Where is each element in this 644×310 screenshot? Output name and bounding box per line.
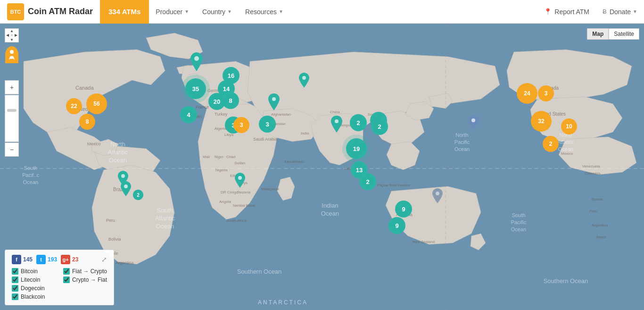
pan-control[interactable]: ▲ ◀ ✕ ▶ ▼ — [5, 28, 19, 42]
nav-report-atm[interactable]: 📍 Report ATM — [537, 0, 596, 24]
cluster-us-right2[interactable]: 10 — [561, 118, 577, 134]
map-type-buttons: Map Satellite — [587, 28, 639, 40]
pin-uk[interactable] — [190, 52, 203, 73]
legend-fiat-crypto: Fiat → Crypto — [63, 268, 107, 275]
svg-text:Atlantic: Atlantic — [108, 149, 128, 156]
atm-count-badge: 334 ATMs — [100, 0, 149, 24]
svg-text:Afghanistan: Afghanistan — [271, 112, 291, 117]
pan-down[interactable]: ▼ — [9, 38, 14, 42]
nav-donate[interactable]: Ƀ Donate ▼ — [596, 0, 644, 24]
cluster-australia-n[interactable]: 9 — [395, 201, 412, 218]
map-type-satellite[interactable]: Satellite — [609, 28, 639, 40]
googleplus-badge[interactable]: g+ 23 — [61, 255, 78, 264]
pin-nz[interactable] — [432, 188, 443, 205]
cluster-canada[interactable]: 24 — [517, 83, 537, 104]
fiat-crypto-checkbox[interactable] — [63, 268, 70, 275]
svg-text:Peru: Peru — [106, 218, 115, 223]
svg-text:Namibia Botsw.: Namibia Botsw. — [233, 204, 256, 207]
svg-point-78 — [194, 56, 199, 61]
facebook-badge[interactable]: f 145 — [12, 255, 33, 264]
svg-point-82 — [124, 184, 128, 188]
cluster-japan2[interactable]: 2 — [371, 118, 388, 135]
cluster-eu-north[interactable]: 16 — [223, 67, 239, 84]
pin-africa-south[interactable] — [235, 173, 245, 190]
cluster-brazil[interactable]: 2 — [133, 190, 143, 200]
svg-text:Chad: Chad — [226, 155, 235, 159]
svg-text:South Africa: South Africa — [226, 218, 247, 223]
svg-text:Southern Ocean: Southern Ocean — [544, 277, 588, 285]
pin-brazil2[interactable] — [121, 181, 131, 198]
svg-point-86 — [302, 76, 306, 80]
cluster-us-right[interactable]: 32 — [531, 111, 552, 132]
svg-text:Saudi Arabia: Saudi Arabia — [253, 137, 277, 142]
twitter-count: 193 — [48, 256, 57, 263]
cluster-mexico[interactable]: 2 — [543, 136, 559, 152]
cluster-eu-west[interactable]: 4 — [180, 106, 197, 123]
svg-text:Kazakhstan: Kazakhstan — [284, 159, 304, 164]
zoom-slider[interactable] — [5, 95, 19, 142]
cluster-us-east[interactable]: 56 — [86, 93, 107, 114]
cluster-se-asia2[interactable]: 2 — [359, 173, 376, 190]
expand-button[interactable]: ⤢ — [101, 256, 107, 263]
dogecoin-checkbox[interactable] — [12, 285, 18, 292]
svg-text:Papua New Guinea: Papua New Guinea — [377, 183, 410, 187]
cluster-australia-s[interactable]: 9 — [388, 217, 405, 234]
legend-crypto-fiat: Crypto → Fiat — [63, 276, 107, 283]
map-container[interactable]: North Atlantic Ocean South Atlantic Ocea… — [0, 24, 644, 310]
nav-country[interactable]: Country ▼ — [196, 0, 239, 24]
svg-text:Niger: Niger — [215, 155, 223, 159]
bitcoin-checkbox[interactable] — [12, 268, 18, 275]
svg-text:Atlantic: Atlantic — [557, 139, 575, 145]
crypto-fiat-checkbox[interactable] — [63, 276, 70, 283]
twitter-icon: t — [36, 255, 46, 264]
pan-up[interactable]: ▲ — [9, 29, 14, 33]
facebook-count: 145 — [23, 256, 33, 263]
resources-caret: ▼ — [279, 9, 283, 14]
pan-left[interactable]: ◀ — [5, 33, 9, 37]
pegman[interactable] — [5, 46, 18, 63]
cluster-canada2[interactable]: 3 — [538, 85, 554, 101]
zoom-in-button[interactable]: + — [5, 80, 19, 94]
svg-point-83 — [238, 176, 242, 180]
svg-text:DR Congo: DR Congo — [221, 190, 239, 194]
svg-text:Pacific: Pacific — [511, 219, 527, 225]
country-caret: ▼ — [227, 9, 232, 14]
twitter-badge[interactable]: t 193 — [36, 255, 57, 264]
blackcoin-checkbox[interactable] — [12, 293, 18, 300]
pin-india[interactable] — [331, 116, 342, 134]
pin-middle-east[interactable] — [268, 93, 280, 112]
litecoin-checkbox[interactable] — [12, 276, 18, 283]
cluster-india[interactable]: 19 — [346, 138, 367, 159]
cluster-us-west[interactable]: 22 — [66, 98, 82, 114]
bitcoin-label: Bitcoin — [21, 268, 38, 275]
nav-producer[interactable]: Producer ▼ — [149, 0, 196, 24]
svg-text:Sudan: Sudan — [234, 161, 245, 165]
zoom-out-button[interactable]: − — [5, 142, 19, 157]
svg-point-85 — [436, 192, 439, 195]
svg-text:North: North — [110, 141, 125, 148]
pin-kazakhstan[interactable] — [299, 73, 309, 90]
svg-text:China: China — [330, 110, 340, 114]
svg-text:France: France — [196, 105, 209, 109]
dogecoin-label: Dogecoin — [21, 285, 45, 292]
map-type-map[interactable]: Map — [587, 28, 609, 40]
pan-right[interactable]: ▶ — [14, 33, 18, 37]
cluster-middle-east[interactable]: 3 — [259, 116, 276, 133]
navbar: BTC Coin ATM Radar 334 ATMs Producer ▼ C… — [0, 0, 644, 24]
legend-litecoin: Litecoin — [12, 276, 56, 283]
cluster-us-south[interactable]: 8 — [79, 114, 95, 130]
legend-blackcoin: Blackcoin — [12, 293, 56, 300]
cluster-uk[interactable]: 35 — [185, 78, 206, 99]
fiat-crypto-label: Fiat → Crypto — [72, 268, 107, 275]
cluster-china[interactable]: 2 — [350, 114, 367, 131]
pin-oceania[interactable] — [468, 115, 479, 132]
svg-text:India: India — [301, 131, 309, 135]
cluster-africa[interactable]: 3 — [233, 117, 249, 133]
googleplus-icon: g+ — [61, 255, 70, 264]
svg-point-84 — [471, 118, 475, 122]
svg-text:Ocean: Ocean — [511, 226, 526, 232]
svg-text:Ocean: Ocean — [23, 179, 38, 185]
cluster-eu-east[interactable]: 8 — [222, 92, 239, 109]
nav-resources[interactable]: Resources ▼ — [239, 0, 290, 24]
legend-grid: Bitcoin Fiat → Crypto Litecoin Crypto → … — [12, 268, 107, 300]
